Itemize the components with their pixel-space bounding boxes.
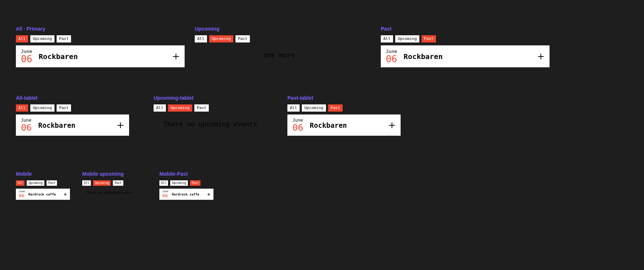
tab-all[interactable]: All [287,104,300,112]
event-name: Rockbaren [310,121,396,129]
frame-title: Mobile-Past [159,171,213,177]
plus-icon[interactable] [388,122,396,129]
tabs: All Upcoming Past [16,104,129,112]
tab-all[interactable]: All [16,180,25,186]
frame-mobile: Mobile All Upcoming Past June 06 Hardroc… [16,171,70,200]
tab-past[interactable]: Past [328,104,343,112]
tabs: All Upcoming Past [16,35,185,42]
tabs: All Upcoming Past [82,180,136,186]
tab-past[interactable]: Past [194,104,209,112]
event-day: 06 [19,193,25,198]
event-name: Hardrock caffe [28,193,67,196]
event-day: 06 [21,123,32,132]
tabs: All Upcoming Past [16,180,70,186]
tab-upcoming[interactable]: Upcoming [30,35,54,42]
frame-title: All · Primary [16,26,185,32]
tab-upcoming[interactable]: Upcoming [209,35,233,42]
event-day: 06 [386,54,397,64]
plus-icon[interactable] [207,193,211,196]
tab-upcoming[interactable]: Upcoming [395,35,419,42]
event-name: Rockbaren [39,52,180,61]
empty-state-text: There no upcoming events [82,191,136,194]
plus-icon[interactable] [172,53,180,60]
event-date: June 06 [21,118,32,132]
tab-upcoming[interactable]: Upcoming [302,104,326,112]
tab-past[interactable]: Past [57,35,71,42]
tabs: All Upcoming Past [287,104,401,112]
tab-past[interactable]: Past [57,104,71,112]
event-month: June [21,49,32,54]
frame-title: Upcoming [195,26,363,32]
tab-all[interactable]: All [16,104,28,112]
tab-all[interactable]: All [195,35,207,42]
frame-title: All-tablet [16,95,129,101]
frame-upcoming-tablet: Upcoming-tablet All Upcoming Past There … [154,95,267,128]
event-date: June 06 [162,190,168,198]
event-name: Rockbaren [38,121,124,129]
plus-icon[interactable] [117,122,124,129]
frame-title: Past-tablet [287,95,401,101]
event-name: Hardrock caffe [172,193,211,196]
empty-state-text: There no upcoming events [154,120,267,128]
tabs: All Upcoming Past [154,104,267,112]
event-month: June [162,190,168,193]
empty-state-text: one more [195,51,363,59]
frame-title: Mobile [16,171,70,177]
tab-past[interactable]: Past [422,35,436,42]
event-card[interactable]: June 06 Hardrock caffe [16,189,70,200]
plus-icon[interactable] [537,53,544,60]
frame-mobile-upcoming: Mobile upcoming All Upcoming Past There … [82,171,136,194]
tab-all[interactable]: All [381,35,393,42]
event-card[interactable]: June 06 Rockbaren [16,45,185,67]
frame-past-tablet: Past-tablet All Upcoming Past June 06 Ro… [287,95,401,136]
event-card[interactable]: June 06 Rockbaren [287,114,401,136]
frame-title: Past [381,26,550,32]
event-card[interactable]: June 06 Hardrock caffe [159,189,213,200]
event-date: June 06 [386,49,397,64]
event-month: June [292,118,303,122]
tab-past[interactable]: Past [190,180,200,186]
event-date: June 06 [292,118,303,132]
event-date: June 06 [19,190,25,198]
tab-all[interactable]: All [16,35,28,42]
tab-all[interactable]: All [154,104,166,112]
tab-upcoming[interactable]: Upcoming [168,104,192,112]
frame-all-tablet: All-tablet All Upcoming Past June 06 Roc… [16,95,129,136]
tab-upcoming[interactable]: Upcoming [30,104,54,112]
event-month: June [21,118,32,122]
event-month: June [386,49,397,54]
event-date: June 06 [21,49,32,64]
tab-past[interactable]: Past [235,35,250,42]
tab-upcoming[interactable]: Upcoming [27,180,44,186]
frame-mobile-past: Mobile-Past All Upcoming Past June 06 Ha… [159,171,213,200]
event-day: 06 [162,193,168,198]
tab-past[interactable]: Past [47,180,57,186]
tabs: All Upcoming Past [381,35,550,42]
tab-all[interactable]: All [82,180,91,186]
tabs: All Upcoming Past [195,35,363,42]
frame-title: Mobile upcoming [82,171,136,177]
event-day: 06 [21,54,32,64]
tab-upcoming[interactable]: Upcoming [93,180,111,186]
event-name: Rockbaren [403,52,544,61]
plus-icon[interactable] [63,193,67,196]
frame-past: Past All Upcoming Past June 06 Rockbaren [381,26,550,67]
event-card[interactable]: June 06 Rockbaren [16,114,129,136]
event-month: June [19,190,25,193]
event-day: 06 [292,123,303,132]
tab-all[interactable]: All [159,180,168,186]
frame-upcoming: Upcoming All Upcoming Past one more [195,26,363,59]
frame-all-primary: All · Primary All Upcoming Past June 06 … [16,26,185,67]
tab-upcoming[interactable]: Upcoming [170,180,188,186]
frame-title: Upcoming-tablet [154,95,267,101]
tabs: All Upcoming Past [159,180,213,186]
tab-past[interactable]: Past [113,180,123,186]
event-card[interactable]: June 06 Rockbaren [381,45,550,67]
